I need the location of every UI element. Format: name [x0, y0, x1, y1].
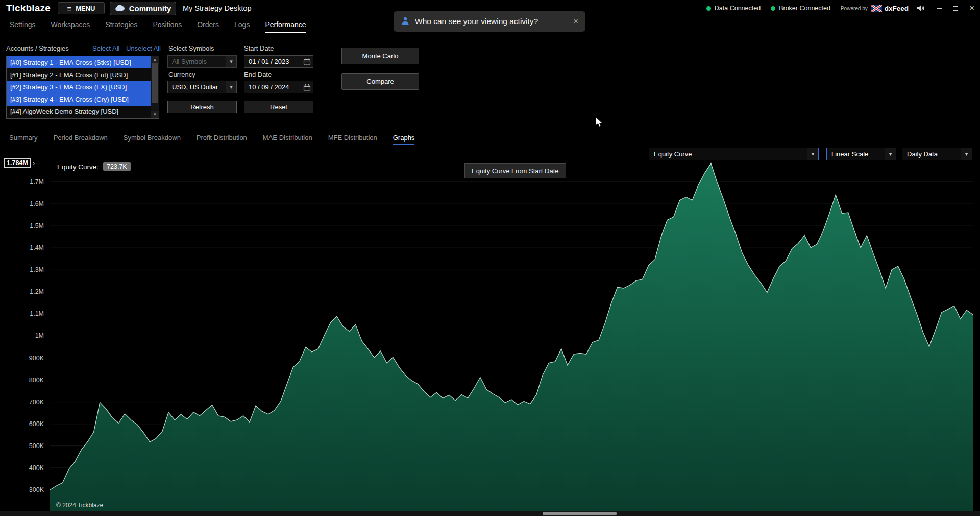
cloud-icon — [115, 4, 125, 13]
data-connected-label: Data Connected — [715, 5, 761, 12]
strategy-row-2[interactable]: [#2] Strategy 3 - EMA Cross (FX) [USD] — [7, 81, 151, 93]
strategy-row-0[interactable]: [#0] Strategy 1 - EMA Cross (Stks) [USD] — [7, 56, 151, 68]
y-axis-label: 1M — [0, 332, 44, 340]
select-all-link[interactable]: Select All — [92, 44, 119, 52]
listbox-scroll-thumb[interactable] — [152, 63, 158, 103]
end-date-input[interactable]: 10 / 09 / 2024 — [244, 81, 313, 93]
subtab-graphs[interactable]: Graphs — [393, 134, 415, 145]
data-connected-status: Data Connected — [706, 5, 761, 12]
y-axis-label: 600K — [0, 420, 44, 428]
chart-scale-dropdown[interactable]: Linear Scale ▾ — [826, 148, 896, 160]
chart-scale-value: Linear Scale — [827, 150, 885, 158]
minimize-icon — [937, 8, 942, 9]
chart-period-dropdown[interactable]: Daily Data ▾ — [902, 148, 972, 160]
compare-button[interactable]: Compare — [341, 73, 419, 90]
start-date-input[interactable]: 01 / 01 / 2023 — [244, 55, 313, 68]
unselect-all-link[interactable]: Unselect All — [126, 44, 161, 52]
horizontal-scrollbar[interactable] — [0, 511, 980, 516]
y-axis-label: 1.2M — [0, 288, 44, 296]
nav-tab-strategies[interactable]: Strategies — [105, 20, 137, 33]
symbols-dropdown[interactable]: All Symbols ▾ — [167, 55, 237, 68]
max-value-label: 1.784M — [4, 158, 31, 168]
horizontal-scroll-thumb[interactable] — [543, 512, 617, 515]
strategy-row-3[interactable]: [#3] Strategy 4 - EMA Cross (Cry) [USD] — [7, 93, 151, 106]
y-axis-label: 1.4M — [0, 244, 44, 252]
y-axis-label: 300K — [0, 486, 44, 494]
equity-chart: 1.7M1.6M1.5M1.4M1.3M1.2M1.1M1M900K800K70… — [0, 161, 980, 511]
nav-tab-performance[interactable]: Performance — [265, 20, 306, 33]
speaker-icon[interactable] — [917, 5, 925, 12]
currency-dropdown[interactable]: USD, US Dollar ▾ — [167, 81, 237, 93]
minimize-button[interactable] — [931, 0, 947, 16]
calendar-icon[interactable] — [301, 84, 313, 91]
close-icon: × — [969, 3, 974, 13]
maximize-button[interactable] — [947, 0, 964, 16]
maximize-icon — [953, 6, 958, 11]
equity-curve-plot[interactable] — [50, 161, 973, 511]
chevron-down-icon[interactable]: ▾ — [226, 56, 236, 67]
symbols-dropdown-value: All Symbols — [168, 58, 226, 65]
subtab-period-breakdown[interactable]: Period Breakdown — [54, 134, 108, 145]
y-axis-label: 1.6M — [0, 200, 44, 208]
subtab-mfe-distribution[interactable]: MFE Distribution — [328, 134, 377, 145]
workspace-title: My Strategy Desktop — [183, 0, 252, 16]
equity-readout-label: Equity Curve: — [57, 163, 99, 171]
y-axis-label: 400K — [0, 464, 44, 472]
chart-tooltip: Equity Curve From Start Date — [464, 163, 566, 178]
chevron-right-icon[interactable]: › — [33, 159, 35, 167]
chevron-down-icon[interactable]: ▾ — [807, 148, 818, 160]
nav-tab-logs[interactable]: Logs — [234, 20, 250, 33]
viewers-icon — [401, 16, 410, 27]
start-date-value: 01 / 01 / 2023 — [244, 58, 301, 65]
nav-tab-settings[interactable]: Settings — [10, 20, 36, 33]
chevron-down-icon[interactable]: ▾ — [961, 148, 972, 160]
close-button[interactable]: × — [964, 0, 980, 16]
performance-sub-nav: Summary Period Breakdown Symbol Breakdow… — [0, 131, 414, 145]
hamburger-icon: ≡ — [67, 4, 71, 13]
app-logo: Tickblaze — [6, 0, 51, 16]
select-symbols-label: Select Symbols — [168, 44, 214, 52]
scroll-down-icon[interactable]: ▼ — [151, 111, 159, 118]
y-axis-label: 1.1M — [0, 310, 44, 318]
menu-button-label: MENU — [76, 5, 95, 12]
menu-button[interactable]: ≡ MENU — [58, 2, 105, 14]
subtab-symbol-breakdown[interactable]: Symbol Breakdown — [124, 134, 181, 145]
monte-carlo-button[interactable]: Monte Carlo — [341, 48, 419, 64]
nav-tab-positions[interactable]: Positions — [153, 20, 182, 33]
nav-tab-orders[interactable]: Orders — [197, 20, 219, 33]
community-button-label: Community — [129, 4, 172, 13]
nav-tab-workspaces[interactable]: Workspaces — [51, 20, 90, 33]
strategy-row-4[interactable]: [#4] AlgoWeek Demo Strategy [USD] — [7, 106, 151, 118]
max-value-marker: 1.784M › — [4, 158, 35, 168]
listbox-scrollbar[interactable]: ▲ ▼ — [151, 56, 159, 118]
dxfeed-logo — [871, 5, 882, 12]
calendar-icon[interactable] — [301, 58, 313, 65]
dxfeed-label: dxFeed — [885, 5, 909, 12]
mouse-cursor — [595, 116, 605, 130]
chart-series-dropdown[interactable]: Equity Curve ▾ — [649, 148, 819, 160]
copyright-label: © 2024 Tickblaze — [56, 502, 103, 509]
start-date-label: Start Date — [244, 44, 274, 52]
strategies-listbox: [#0] Strategy 1 - EMA Cross (Stks) [USD]… — [6, 56, 159, 119]
chevron-down-icon[interactable]: ▾ — [226, 81, 236, 93]
currency-label: Currency — [168, 71, 195, 78]
subtab-profit-distribution[interactable]: Profit Distribution — [197, 134, 247, 145]
equity-readout: Equity Curve: 723.7K — [57, 162, 131, 171]
subtab-mae-distribution[interactable]: MAE Distribution — [263, 134, 312, 145]
scroll-up-icon[interactable]: ▲ — [151, 56, 159, 63]
reset-button[interactable]: Reset — [244, 101, 313, 113]
end-date-label: End Date — [244, 71, 272, 78]
y-axis-label: 700K — [0, 398, 44, 406]
toast-close-icon[interactable]: × — [573, 16, 578, 27]
y-axis: 1.7M1.6M1.5M1.4M1.3M1.2M1.1M1M900K800K70… — [0, 161, 46, 511]
y-axis-label: 1.5M — [0, 222, 44, 230]
chevron-down-icon[interactable]: ▾ — [885, 148, 896, 160]
refresh-button[interactable]: Refresh — [167, 101, 237, 113]
community-button[interactable]: Community — [110, 2, 176, 15]
strategy-row-1[interactable]: [#1] Strategy 2 - EMA Cross (Fut) [USD] — [7, 68, 151, 81]
y-axis-label: 1.7M — [0, 178, 44, 186]
subtab-summary[interactable]: Summary — [9, 134, 38, 145]
broker-connected-status: Broker Connected — [771, 5, 830, 12]
currency-dropdown-value: USD, US Dollar — [168, 83, 226, 91]
y-axis-label: 900K — [0, 354, 44, 362]
